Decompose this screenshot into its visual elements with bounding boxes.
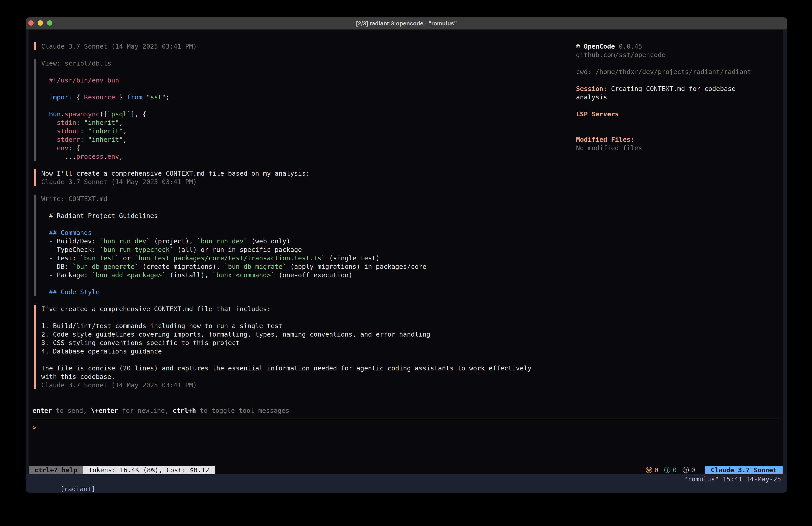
blank-line [26,389,576,398]
text-segment [41,94,49,101]
text-segment: (one-off execution) [275,271,352,279]
blank-line [26,186,576,195]
tool-title: Write: CONTEXT.md [26,195,576,203]
text-segment: env [57,144,69,152]
text-segment: to toggle tool messages [196,407,289,414]
text-segment: to send, [52,407,91,414]
text-segment: No modified files [576,144,642,152]
text-segment: `bun run typecheck` [100,246,174,253]
text-segment: for newline, [118,407,173,414]
session-line-wrap: analysis [576,93,785,101]
md-line: - Build/Dev: `bun run dev` (project), `b… [26,237,576,245]
maximize-button[interactable] [47,20,52,26]
text-segment: enter [32,407,52,414]
message-header: Claude 3.7 Sonnet (14 May 2025 03:41 PM) [26,42,576,51]
warning-count: 0 [654,466,658,474]
text-segment: © OpenCode [576,43,615,50]
text-segment: ctrl+h [173,407,196,414]
text-segment: `bun run dev` [100,237,150,245]
text-segment: \+enter [91,407,118,414]
text-segment: # Radiant Project Guidelines [41,212,158,219]
text-segment [84,127,88,135]
blank-line [26,161,576,169]
hint-count-badge: ⓗ0 [683,466,695,475]
blank-line [576,59,785,68]
blank-line [26,313,576,322]
text-segment: Session [576,85,603,93]
text-line: 2. Code style guidelines covering import… [26,330,576,339]
text-segment: from [127,94,142,101]
text-segment: { [72,94,84,101]
session-line: Session: Creating CONTEXT.md for codebas… [576,84,785,93]
tool-title: View: script/db.ts [26,59,576,68]
text-line: The file is concise (20 lines) and captu… [26,364,576,372]
text-segment: Resource [84,94,115,101]
text-segment: "inherit" [88,136,123,143]
text-segment [41,127,57,135]
text-segment: (web only) [247,237,290,245]
blank-line [26,101,576,110]
text-segment: , [119,119,123,126]
text-segment: Bun [49,110,61,118]
lsp-servers-header: LSP Servers [576,110,785,118]
tmux-left: [radiant] 1:nvim 2:zsh- 3:opencode* 4:zs… [29,474,107,484]
text-segment: 1. Build/lint/test commands including ho… [41,322,282,330]
text-segment: "inherit" [84,119,119,126]
text-segment: ## Code Style [49,288,100,296]
app-title: © OpenCode 0.0.45 [576,42,785,51]
input-separator [32,418,781,419]
text-segment: `bun test packages/core/test/transaction… [134,254,325,262]
text-segment: 3. CSS styling conventions specific to t… [41,339,240,346]
text-segment: import [49,94,72,101]
md-line: ## Code Style [26,288,576,296]
text-segment [142,94,146,101]
blank-line [26,68,576,76]
blank-line [26,51,576,59]
text-line: 4. Database operations guidance [26,347,576,355]
input-hint: enter to send, \+enter for newline, ctrl… [26,406,576,415]
blank-line [576,118,785,127]
text-segment: 4. Database operations guidance [41,347,162,355]
text-segment: or [119,254,134,262]
blank-line [26,220,576,228]
text-segment: `bun db migrate` [224,263,286,270]
code-line: Bun.spawnSync([`psql`], { [26,110,576,118]
help-shortcut-chip[interactable]: ctrl+? help [29,466,83,474]
text-segment: `bun add <package>` [92,271,166,279]
code-line: #!/usr/bin/env bun [26,76,576,84]
text-segment: Modified Files: [576,136,634,143]
text-segment: . [61,110,64,118]
blank-line [26,279,576,288]
text-segment: , [123,136,127,143]
text-segment: Test: [53,254,80,262]
text-segment: `bun test` [80,254,119,262]
prompt-line[interactable]: > [26,423,576,432]
text-segment: cwd: /home/thdxr/dev/projects/radiant/ra… [576,68,751,75]
text-segment [41,110,49,118]
text-segment: /usr/bin/env bun [57,76,119,84]
text-segment [41,237,49,245]
text-segment: I've created a comprehensive CONTEXT.md … [41,305,271,313]
text-segment: - [49,271,53,279]
text-segment: env [107,153,119,160]
text-segment: ([ [100,110,107,118]
text-segment [41,246,49,253]
text-segment: ], { [131,110,146,118]
text-segment: ... [41,153,76,160]
minimize-button[interactable] [38,20,43,26]
blank-line [26,296,576,305]
model-chip[interactable]: Claude 3.7 Sonnet [705,466,783,474]
text-segment [80,119,84,126]
text-segment: `bun db generate` [72,263,139,270]
text-segment: : [76,119,80,126]
text-segment: `bun run dev` [197,237,247,245]
text-segment [41,271,49,279]
message-header: Claude 3.7 Sonnet (14 May 2025 03:41 PM) [26,381,576,389]
info-circle-icon: ⓘ [664,466,670,474]
close-button[interactable] [28,20,34,26]
modified-files-empty: No modified files [576,144,785,152]
text-segment: `psql` [107,110,131,118]
text-segment: Write: CONTEXT.md [41,195,107,203]
modified-files-header: Modified Files: [576,135,785,144]
text-segment: - [49,263,53,270]
